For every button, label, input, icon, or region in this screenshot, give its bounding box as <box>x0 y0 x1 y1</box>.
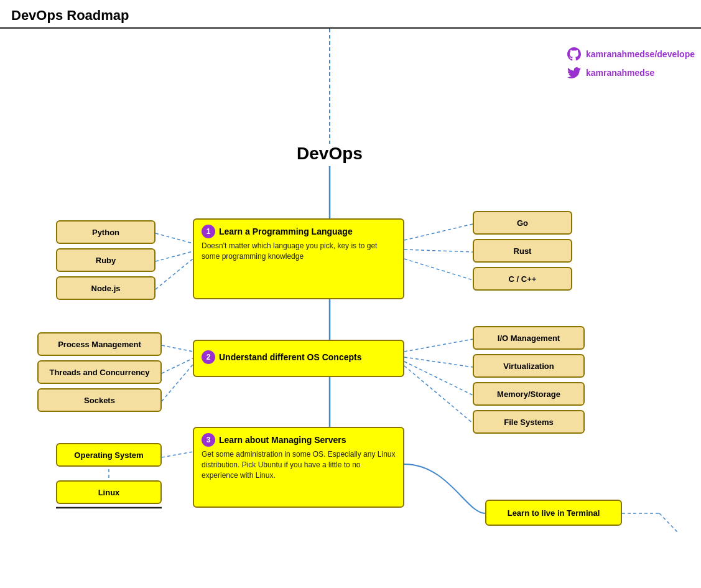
social-links: kamranahmedse/develope kamranahmedse <box>567 47 695 80</box>
node-ruby: Ruby <box>56 248 156 272</box>
svg-line-10 <box>404 339 473 352</box>
node-sockets: Sockets <box>37 388 162 412</box>
prog-lang-desc: Doesn't matter which language you pick, … <box>202 241 396 262</box>
node-virtualization: Virtualization <box>473 354 585 378</box>
svg-line-11 <box>404 357 473 367</box>
node-os-concepts: 2 Understand different OS Concepts <box>193 340 404 377</box>
svg-line-6 <box>404 259 473 280</box>
github-label: kamranahmedse/develope <box>586 49 695 59</box>
managing-servers-desc: Get some administration in some OS. Espe… <box>202 449 396 480</box>
svg-line-13 <box>404 366 473 423</box>
svg-line-12 <box>404 362 473 395</box>
svg-line-1 <box>156 233 193 243</box>
svg-line-2 <box>156 251 193 261</box>
badge-1: 1 <box>202 225 215 238</box>
badge-3: 3 <box>202 433 215 447</box>
node-os: Operating System <box>56 443 162 467</box>
node-cpp: C / C++ <box>473 267 572 291</box>
page-title: DevOps Roadmap <box>0 0 701 29</box>
svg-line-17 <box>659 513 678 533</box>
node-go: Go <box>473 211 572 235</box>
node-process-mgmt: Process Management <box>37 332 162 356</box>
svg-line-9 <box>162 365 193 401</box>
node-learn-terminal: Learn to live in Terminal <box>485 500 622 526</box>
node-rust: Rust <box>473 239 572 263</box>
node-python: Python <box>56 220 156 244</box>
badge-2: 2 <box>202 350 215 364</box>
svg-line-3 <box>156 259 193 289</box>
svg-line-7 <box>162 345 193 352</box>
svg-line-4 <box>404 224 473 240</box>
node-linux: Linux <box>56 480 162 504</box>
node-memory-storage: Memory/Storage <box>473 382 585 406</box>
node-file-systems: File Systems <box>473 410 585 434</box>
twitter-link[interactable]: kamranahmedse <box>567 66 695 80</box>
twitter-label: kamranahmedse <box>586 68 655 78</box>
svg-line-15 <box>162 452 193 457</box>
node-threads: Threads and Concurrency <box>37 360 162 384</box>
github-link[interactable]: kamranahmedse/develope <box>567 47 695 61</box>
node-nodejs: Node.js <box>56 276 156 300</box>
node-learn-programming: 1 Learn a Programming Language Doesn't m… <box>193 218 404 299</box>
svg-line-8 <box>162 358 193 373</box>
node-managing-servers: 3 Learn about Managing Servers Get some … <box>193 427 404 508</box>
node-io-mgmt: I/O Management <box>473 326 585 350</box>
devops-label: DevOps <box>292 144 367 164</box>
svg-line-5 <box>404 250 473 252</box>
